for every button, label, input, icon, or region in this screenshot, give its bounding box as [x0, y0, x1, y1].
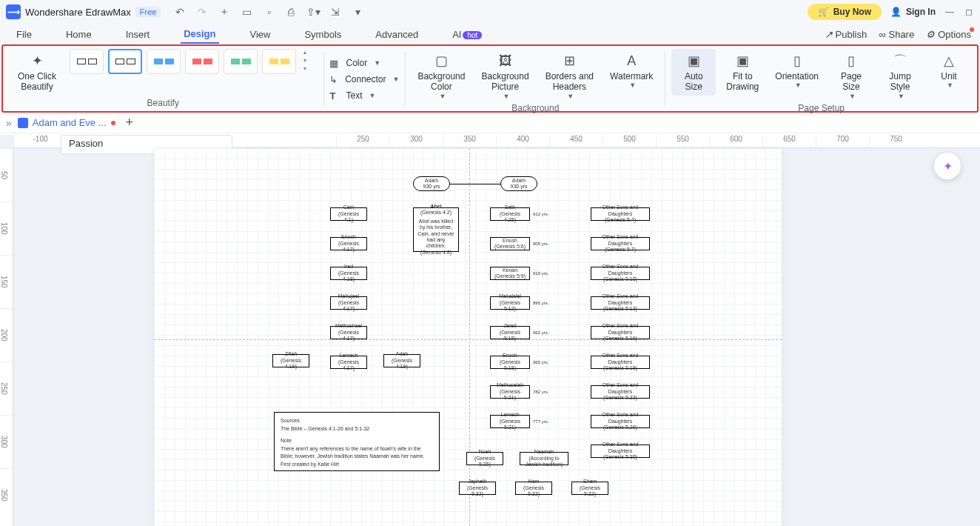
chart-node[interactable]: Other Sons and Daughters(Genesis 5:4) — [591, 207, 650, 221]
chart-node[interactable]: Enosh(Genesis 5:6) — [490, 237, 530, 250]
group-label-pagesetup: Page Setup — [671, 103, 971, 115]
menu-advanced[interactable]: Advanced — [372, 26, 421, 43]
page-size-button[interactable]: ▯Page Size▼ — [829, 49, 873, 103]
document-tab[interactable]: Adam and Eve ... — [18, 117, 115, 128]
chart-node[interactable]: Mahalalel(Genesis 5:12) — [490, 296, 530, 310]
borders-headers-button[interactable]: ⊞Borders and Headers▼ — [540, 49, 600, 103]
add-tab-button[interactable]: + — [126, 115, 134, 130]
undo-icon[interactable]: ↶ — [174, 6, 186, 18]
chart-node[interactable]: Other Sons and Daughters(Genesis 5:30) — [591, 445, 650, 458]
minimize-icon[interactable]: ― — [944, 7, 955, 17]
publish-button[interactable]: ↗Publish — [825, 29, 867, 40]
chart-node[interactable]: Zillah(Genesis 4:19) — [272, 354, 309, 367]
menu-file[interactable]: File — [13, 26, 35, 43]
import-icon[interactable]: ⇲ — [329, 6, 341, 18]
watermark-button[interactable]: AWatermark▼ — [604, 49, 659, 92]
titlebar: ⟶ Wondershare EdrawMax Free ↶ ↷ ＋ ▭ ▫ ⎙ … — [0, 0, 980, 24]
style-preset-4[interactable] — [185, 49, 219, 74]
style-preset-3[interactable] — [147, 49, 181, 74]
style-preset-5[interactable] — [224, 49, 258, 74]
design-ribbon: ✦ One Click Beautify ▴▾▾ Beautify ▦Color… — [1, 44, 979, 113]
auto-size-button[interactable]: ▣Auto Size — [671, 49, 716, 96]
chart-node[interactable]: Other Sons and Daughters(Genesis 5:10) — [591, 267, 650, 280]
style-preset-1[interactable] — [70, 49, 104, 74]
unit-button[interactable]: △Unit▼ — [927, 49, 971, 92]
options-button[interactable]: ⚙Options — [926, 29, 971, 40]
chart-node[interactable]: Other Sons and Daughters(Genesis 5:7) — [591, 237, 650, 250]
print-icon[interactable]: ⎙ — [285, 6, 297, 18]
text-button[interactable]: TText▼ — [329, 88, 399, 103]
drawing-page[interactable]: Adam930 yrs Adam930 yrs Abel (Genesis 4:… — [154, 148, 782, 526]
age-label: 782 yrs. — [533, 390, 548, 394]
orientation-button[interactable]: ▯Orientation▼ — [769, 49, 825, 92]
redo-icon[interactable]: ↷ — [196, 6, 208, 18]
style-preset-2[interactable] — [108, 49, 142, 74]
chart-node[interactable]: Enoch(Genesis 4:17) — [330, 237, 367, 250]
user-icon: 👤 — [890, 7, 902, 17]
ai-sparkle-button[interactable] — [934, 153, 961, 179]
new-icon[interactable]: ＋ — [218, 6, 230, 18]
group-label-beautify: Beautify — [9, 98, 318, 110]
open-icon[interactable]: ▭ — [241, 6, 252, 18]
menu-ai[interactable]: AIhot — [449, 26, 485, 43]
chart-node[interactable]: Lamech(Genesis 5:21) — [490, 415, 530, 428]
menu-design[interactable]: Design — [181, 25, 218, 44]
plan-badge: Free — [135, 7, 161, 17]
doc-tab-label: Adam and Eve ... — [33, 117, 107, 128]
chart-node[interactable]: Abel (Genesis 4:2) Abel was killed by hi… — [413, 207, 459, 252]
maximize-icon[interactable]: ◻ — [964, 7, 974, 17]
chart-node[interactable]: Naamah(According to Jewish tradition) — [520, 452, 568, 465]
buy-now-button[interactable]: 🛒 Buy Now — [808, 4, 882, 20]
chart-node[interactable]: Enoch(Genesis 5:18) — [490, 356, 530, 369]
gear-icon: ⚙ — [926, 29, 935, 40]
menu-insert[interactable]: Insert — [123, 26, 153, 43]
sign-in-button[interactable]: 👤 Sign In — [890, 7, 936, 17]
chart-node[interactable]: Other Sons and Daughters(Genesis 5:16) — [591, 326, 650, 339]
jump-style-button[interactable]: ⌒Jump Style▼ — [878, 49, 922, 103]
chart-node[interactable]: Adah(Genesis 4:19) — [383, 354, 420, 367]
style-preset-6[interactable] — [262, 49, 296, 74]
save-icon[interactable]: ▫ — [263, 6, 275, 18]
more-icon[interactable]: ▾ — [352, 6, 363, 18]
unsaved-dot — [111, 121, 115, 125]
publish-icon: ↗ — [825, 29, 833, 40]
chart-node[interactable]: Adam930 yrs — [413, 176, 450, 191]
chart-node[interactable]: Other Sons and Daughters(Genesis 5:19) — [591, 356, 650, 369]
menu-home[interactable]: Home — [63, 26, 95, 43]
chart-node[interactable]: Adam930 yrs — [500, 176, 537, 191]
connector-button[interactable]: ↳Connector▼ — [329, 72, 399, 87]
canvas-area[interactable]: -100-500 2503003504004505005506006507007… — [0, 135, 980, 526]
chart-node[interactable]: Jared(Genesis 5:15) — [490, 326, 530, 339]
chart-node[interactable]: Ham(Genesis 5:32) — [515, 482, 552, 495]
chart-node[interactable]: Cain(Genesis 4:1) — [330, 207, 367, 221]
chart-node[interactable]: Other Sons and Daughters(Genesis 5:26) — [591, 415, 650, 428]
chart-node[interactable]: Kenan(Genesis 5:9) — [490, 267, 530, 280]
fit-to-drawing-button[interactable]: ▣Fit to Drawing — [720, 49, 765, 96]
chart-node[interactable]: Japheth(Genesis 5:32) — [459, 482, 496, 495]
age-label: 895 yrs. — [533, 301, 548, 305]
chart-node[interactable]: Lamech(Genesis 4:17) — [330, 356, 367, 369]
menu-view[interactable]: View — [247, 26, 274, 43]
share-button[interactable]: ∞Share — [879, 29, 914, 40]
chart-node[interactable]: Noah(Genesis 5:25) — [466, 452, 503, 465]
chart-node[interactable]: Methuselah(Genesis 5:21) — [490, 385, 530, 399]
style-preset-scroll[interactable]: ▴▾▾ — [303, 49, 306, 72]
one-click-beautify-button[interactable]: ✦ One Click Beautify — [9, 49, 65, 96]
export-icon[interactable]: ⇪▾ — [307, 6, 319, 18]
chart-node[interactable]: Methushael(Genesis 4:17) — [330, 326, 367, 339]
background-color-button[interactable]: ▢Background Color▼ — [412, 49, 471, 103]
bg-picture-icon: 🖼 — [499, 52, 512, 70]
chart-node[interactable]: Seth(Genesis 4:25) — [490, 207, 530, 221]
chart-node[interactable]: Other Sons and Daughters(Genesis 5:13) — [591, 296, 650, 310]
group-label-background: Background — [412, 103, 659, 115]
chart-node[interactable]: Irad(Genesis 4:18) — [330, 267, 367, 280]
background-picture-button[interactable]: 🖼Background Picture▼ — [476, 49, 535, 103]
chart-node[interactable]: Other Sons and Daughters(Genesis 5:22) — [591, 385, 650, 399]
chart-node[interactable]: Mehujael(Genesis 4:17) — [330, 296, 367, 310]
menu-symbols[interactable]: Symbols — [301, 26, 344, 43]
sources-note[interactable]: Sources The Bible – Genesis 4:1-26 and 5… — [274, 412, 440, 471]
chart-node[interactable]: Shem(Genesis 5:32) — [571, 482, 608, 495]
expand-tabs-icon[interactable]: » — [6, 117, 12, 129]
color-button[interactable]: ▦Color▼ — [329, 56, 399, 70]
vertical-ruler: 50100150200250300350 — [0, 148, 13, 526]
